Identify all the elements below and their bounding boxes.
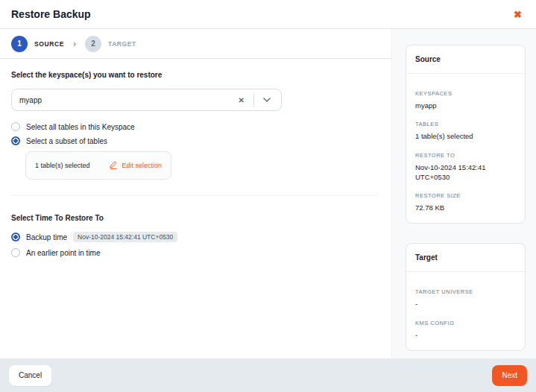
edit-selection-label: Edit selection [122, 162, 162, 169]
page-title: Restore Backup [11, 8, 91, 20]
target-card-title: Target [406, 244, 525, 272]
modal-header: Restore Backup ✖ [0, 0, 536, 29]
backup-time-label: Backup time [26, 233, 67, 241]
restore-to-label: RESTORE TO [415, 152, 516, 159]
select-divider [253, 93, 254, 107]
restore-to-value: Nov-10-2024 15:42:41 UTC+0530 [415, 162, 516, 183]
radio-unchecked-icon[interactable] [11, 248, 20, 257]
radio-subset-tables-label: Select a subset of tables [26, 137, 107, 145]
radio-backup-time[interactable]: Backup time Nov-10-2024 15:42:41 UTC+053… [11, 232, 380, 242]
step-number-target: 2 [85, 36, 101, 52]
kms-config-label: KMS CONFIG [415, 320, 516, 326]
keyspace-select[interactable]: myapp ✕ [11, 89, 282, 111]
radio-earlier-point[interactable]: An earlier point in time [11, 248, 380, 257]
restore-size-label: RESTORE SIZE [415, 192, 516, 199]
step-target[interactable]: 2 TARGET [85, 36, 136, 52]
form-divider [11, 195, 378, 196]
source-summary-card: Source KEYSPACES myapp TABLES 1 table(s)… [406, 45, 526, 224]
radio-subset-tables[interactable]: Select a subset of tables [11, 136, 380, 145]
restore-size-value: 72.78 KB [415, 203, 516, 212]
radio-unchecked-icon[interactable] [11, 122, 20, 131]
earlier-point-label: An earlier point in time [26, 249, 101, 257]
target-universe-label: TARGET UNIVERSE [415, 288, 516, 295]
source-card-body: KEYSPACES myapp TABLES 1 table(s) select… [406, 74, 525, 223]
next-button[interactable]: Next [492, 365, 527, 386]
source-card-title: Source [406, 45, 525, 74]
subset-selection-box: 1 table(s) selected Edit selection [25, 151, 171, 180]
keyspaces-label: KEYSPACES [415, 90, 516, 97]
step-source[interactable]: 1 SOURCE [11, 36, 64, 52]
keyspace-selected-value: myapp [19, 96, 230, 104]
restore-backup-modal: Restore Backup ✖ 1 SOURCE › 2 TARGET Sel… [0, 0, 536, 392]
main-content: 1 SOURCE › 2 TARGET Select the keyspace(… [0, 29, 391, 358]
step-number-source: 1 [11, 36, 28, 52]
edit-selection-button[interactable]: Edit selection [109, 160, 162, 171]
backup-time-badge: Nov-10-2024 15:42:41 UTC+0530 [73, 232, 177, 242]
radio-checked-icon[interactable] [11, 233, 20, 241]
step-label-source: SOURCE [34, 40, 64, 48]
modal-footer: Cancel Next [0, 358, 536, 392]
subset-summary: 1 table(s) selected [35, 162, 90, 169]
modal-body: 1 SOURCE › 2 TARGET Select the keyspace(… [0, 29, 536, 358]
keyspaces-value: myapp [415, 101, 516, 110]
time-heading: Select Time To Restore To [11, 214, 380, 222]
pencil-icon [109, 160, 118, 171]
keyspace-heading: Select the keyspace(s) you want to resto… [11, 71, 380, 79]
step-label-target: TARGET [108, 40, 136, 48]
target-summary-card: Target TARGET UNIVERSE - KMS CONFIG - [406, 243, 526, 351]
tables-label: TABLES [415, 121, 516, 127]
cancel-button[interactable]: Cancel [9, 365, 51, 386]
stepper: 1 SOURCE › 2 TARGET [0, 29, 391, 59]
kms-config-value: - [415, 330, 516, 340]
radio-checked-icon[interactable] [11, 136, 20, 145]
clear-icon[interactable]: ✕ [236, 95, 247, 106]
target-card-body: TARGET UNIVERSE - KMS CONFIG - [406, 272, 525, 350]
source-form: Select the keyspace(s) you want to resto… [0, 59, 391, 358]
radio-all-tables[interactable]: Select all tables in this Keyspace [11, 122, 380, 131]
close-icon[interactable]: ✖ [511, 7, 525, 22]
tables-value: 1 table(s) selected [415, 131, 516, 141]
chevron-down-icon[interactable] [260, 96, 274, 104]
radio-all-tables-label: Select all tables in this Keyspace [26, 123, 135, 131]
table-scope-options: Select all tables in this Keyspace Selec… [11, 122, 380, 180]
time-options: Backup time Nov-10-2024 15:42:41 UTC+053… [11, 232, 380, 257]
chevron-right-icon: › [73, 39, 76, 48]
target-universe-value: - [415, 299, 516, 309]
summary-sidebar: Source KEYSPACES myapp TABLES 1 table(s)… [391, 29, 536, 358]
